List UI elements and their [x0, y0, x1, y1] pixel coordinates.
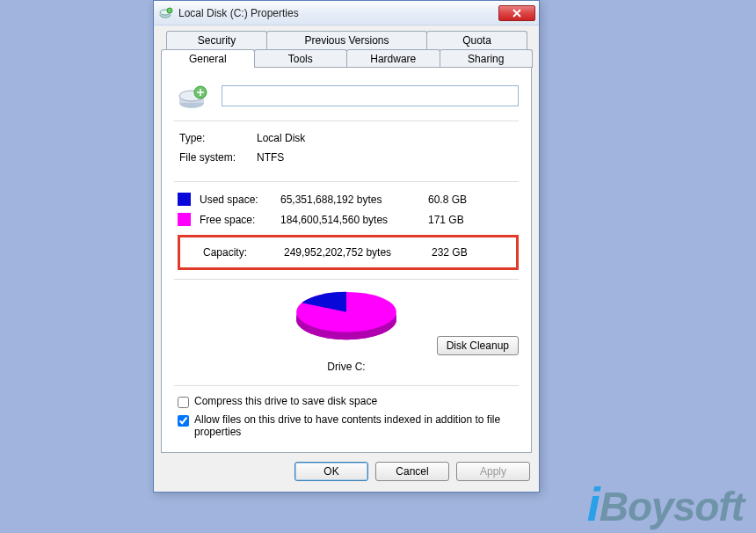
- general-panel: Type: Local Disk File system: NTFS Used …: [161, 67, 532, 453]
- svg-point-3: [167, 8, 172, 13]
- free-label: Free space:: [200, 214, 280, 226]
- free-hr: 171 GB: [428, 214, 481, 226]
- tab-area: Security Previous Versions Quota General…: [154, 26, 539, 453]
- free-swatch: [178, 213, 191, 226]
- tab-tools[interactable]: Tools: [254, 49, 348, 68]
- dialog-button-bar: OK Cancel Apply: [154, 453, 539, 492]
- capacity-highlight: Capacity: 249,952,202,752 bytes 232 GB: [178, 235, 519, 270]
- tab-general[interactable]: General: [161, 49, 255, 68]
- index-label: Allow files on this drive to have conten…: [194, 413, 519, 438]
- used-bytes: 65,351,688,192 bytes: [280, 193, 428, 206]
- properties-dialog: Local Disk (C:) Properties Security Prev…: [153, 0, 540, 493]
- filesystem-value: NTFS: [257, 151, 284, 164]
- used-hr: 60.8 GB: [428, 193, 481, 206]
- tab-previous-versions[interactable]: Previous Versions: [266, 31, 427, 49]
- tab-security[interactable]: Security: [166, 31, 267, 49]
- capacity-hr: 232 GB: [432, 246, 484, 259]
- window-title: Local Disk (C:) Properties: [178, 7, 498, 19]
- tab-hardware[interactable]: Hardware: [346, 49, 440, 68]
- free-bytes: 184,600,514,560 bytes: [280, 214, 428, 226]
- disk-cleanup-button[interactable]: Disk Cleanup: [437, 336, 519, 355]
- apply-button[interactable]: Apply: [456, 462, 530, 481]
- volume-label-input[interactable]: [222, 85, 519, 106]
- type-value: Local Disk: [257, 132, 305, 144]
- watermark: iBoysoft: [587, 477, 744, 531]
- drive-small-icon: [159, 6, 173, 20]
- cancel-button[interactable]: Cancel: [375, 462, 449, 481]
- drive-caption: Drive C:: [174, 361, 519, 373]
- close-button[interactable]: [498, 5, 535, 21]
- type-label: Type:: [179, 132, 257, 144]
- compress-checkbox[interactable]: [178, 397, 189, 408]
- tab-sharing[interactable]: Sharing: [440, 49, 534, 68]
- capacity-label: Capacity:: [203, 246, 284, 259]
- capacity-bytes: 249,952,202,752 bytes: [284, 246, 432, 259]
- filesystem-label: File system:: [179, 151, 257, 164]
- used-swatch: [178, 193, 191, 206]
- titlebar[interactable]: Local Disk (C:) Properties: [154, 1, 539, 26]
- ok-button[interactable]: OK: [294, 462, 368, 481]
- index-checkbox[interactable]: [178, 415, 189, 427]
- compress-label: Compress this drive to save disk space: [194, 395, 519, 407]
- tab-quota[interactable]: Quota: [426, 31, 527, 49]
- pie-chart: [280, 285, 412, 355]
- used-label: Used space:: [200, 193, 280, 206]
- pie-area: Drive C: Disk Cleanup: [174, 280, 519, 378]
- drive-icon: [178, 82, 209, 110]
